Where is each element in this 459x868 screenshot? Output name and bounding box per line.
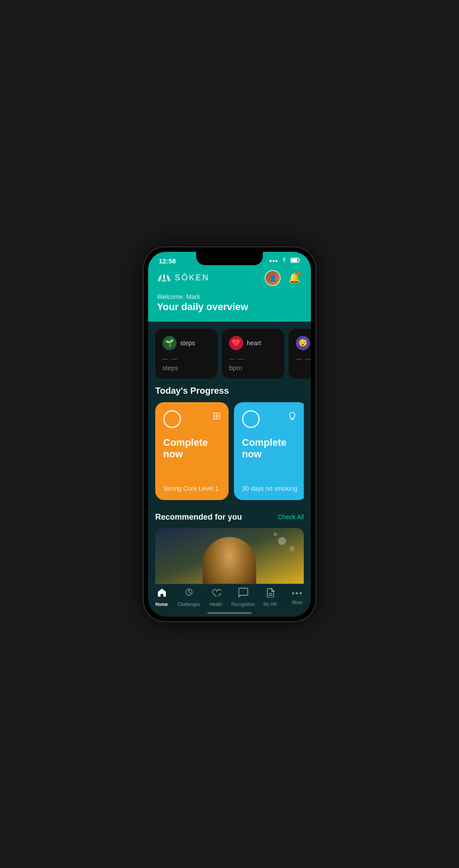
nav-item-more[interactable]: ••• More: [284, 589, 311, 605]
notification-button[interactable]: 🔔: [286, 270, 302, 286]
svg-rect-2: [299, 259, 300, 261]
battery-icon: [290, 258, 300, 264]
progress-card-top-1: ⊞: [163, 410, 221, 428]
exercise-icon: ⊞: [213, 410, 221, 422]
heart-icon: ❤️: [232, 339, 241, 347]
bokeh-1: [278, 537, 286, 545]
check-all-button[interactable]: Check All: [278, 513, 304, 521]
steps-icon-circle: 🌱: [162, 336, 177, 350]
steps-icon-row: 🌱 steps: [162, 336, 210, 350]
steps-icon: 🌱: [165, 339, 174, 347]
home-indicator: [148, 612, 311, 617]
avatar-image: 👤: [266, 271, 280, 285]
bokeh-2: [290, 546, 295, 551]
nav-item-recognition[interactable]: Recognition: [230, 588, 257, 607]
bottom-nav: Home Challenges Health: [148, 584, 311, 612]
status-time: 12:58: [159, 257, 176, 265]
recommended-title: Recommended for you: [155, 513, 242, 522]
steps-value: steps: [162, 364, 210, 371]
phone-notch: [196, 252, 263, 265]
phone-screen: 12:58 ●●●: [148, 252, 311, 617]
steps-label: steps: [180, 339, 195, 347]
more-label: More: [292, 600, 302, 605]
bokeh-3: [274, 533, 277, 536]
home-icon: [157, 588, 167, 600]
header-top: SŌKEN 👤 🔔: [157, 270, 302, 286]
app-header: SŌKEN 👤 🔔 Welcome, Mark Your daily overv…: [148, 267, 311, 322]
heart-icon-row: ❤️ heart: [229, 336, 277, 350]
nav-item-home[interactable]: Home: [148, 588, 175, 607]
myhr-icon: [266, 588, 275, 600]
home-label: Home: [156, 602, 168, 607]
progress-card-smoking[interactable]: Completenow 30 days no smoking: [234, 402, 304, 500]
nav-item-health[interactable]: Health: [202, 588, 230, 607]
daily-overview-title: Your daily overview: [157, 301, 302, 313]
heart-icon-circle: ❤️: [229, 336, 243, 350]
sleep-card[interactable]: 😴 sleep — —: [289, 329, 311, 379]
sleep-dashes: — —: [296, 355, 311, 362]
recommended-card-image: [155, 528, 304, 584]
svg-point-3: [161, 279, 167, 282]
recommended-header: Recommended for you Check All: [155, 513, 304, 522]
sleep-icon-circle: 😴: [296, 336, 310, 350]
heart-card[interactable]: ❤️ heart — — bpm: [222, 329, 284, 379]
notification-badge: [297, 271, 301, 275]
challenges-label: Challenges: [177, 602, 200, 607]
scroll-content[interactable]: 🌱 steps — — steps ❤️ heart — —: [148, 322, 311, 584]
app-logo: SŌKEN: [157, 271, 209, 285]
recognition-label: Recognition: [231, 602, 255, 607]
health-label: Health: [209, 602, 222, 607]
steps-card[interactable]: 🌱 steps — — steps: [155, 329, 217, 379]
recommended-section: Recommended for you Check All: [148, 509, 311, 584]
more-icon: •••: [292, 589, 303, 598]
challenges-icon: [184, 588, 194, 600]
wifi-icon: [281, 258, 288, 264]
signal-icon: ●●●: [269, 258, 278, 263]
progress-section: Today's Progress ⊞ Completenow Strong Co…: [148, 386, 311, 509]
progress-row: ⊞ Completenow Strong Core Level 1: [155, 402, 304, 502]
logo-text: SŌKEN: [175, 273, 209, 283]
heart-label: heart: [247, 339, 261, 347]
avatar-button[interactable]: 👤: [265, 270, 281, 286]
progress-circle-1: [163, 410, 181, 428]
nav-item-myhr[interactable]: My HR: [257, 588, 284, 607]
svg-rect-1: [291, 259, 298, 262]
nav-item-challenges[interactable]: Challenges: [175, 588, 202, 607]
progress-circle-2: [242, 410, 260, 428]
progress-card-title-1: Completenow: [163, 437, 221, 481]
progress-card-exercise[interactable]: ⊞ Completenow Strong Core Level 1: [155, 402, 229, 500]
heart-dashes: — —: [229, 355, 277, 362]
heart-value: bpm: [229, 364, 277, 371]
phone-frame: 12:58 ●●●: [143, 246, 316, 622]
sleep-icon-row: 😴 sleep: [296, 336, 311, 350]
progress-card-subtitle-2: 30 days no smoking: [242, 485, 299, 492]
home-indicator-bar: [207, 612, 252, 614]
health-icon: [287, 410, 299, 425]
welcome-text: Welcome, Mark: [157, 293, 302, 300]
sleep-icon: 😴: [298, 339, 307, 347]
steps-dashes: — —: [162, 355, 210, 362]
metrics-row: 🌱 steps — — steps ❤️ heart — —: [148, 322, 311, 386]
progress-card-title-2: Completenow: [242, 437, 299, 481]
health-nav-icon: [211, 588, 221, 600]
header-actions: 👤 🔔: [265, 270, 302, 286]
myhr-label: My HR: [263, 602, 277, 607]
progress-card-top-2: [242, 410, 299, 428]
progress-card-subtitle-1: Strong Core Level 1: [163, 485, 221, 492]
progress-title: Today's Progress: [155, 386, 304, 396]
recommended-card[interactable]: [155, 528, 304, 584]
recognition-icon: [238, 588, 248, 600]
lotus-icon: [157, 271, 171, 285]
status-icons: ●●●: [269, 258, 300, 264]
